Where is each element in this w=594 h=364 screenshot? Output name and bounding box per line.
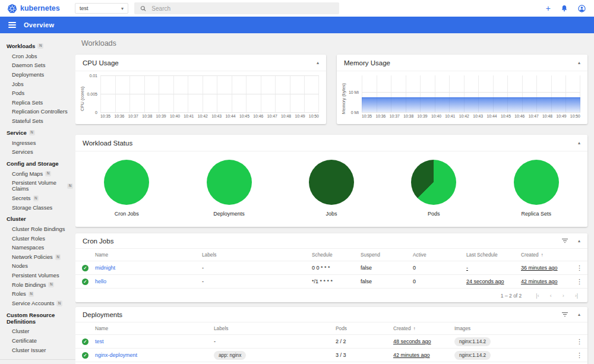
table-row: ✓test-2 / 248 seconds agonginx:1.14.2⋮ — [75, 335, 587, 349]
sidebar-item-services[interactable]: Services — [0, 147, 75, 157]
collapse-icon[interactable]: ▴ — [578, 238, 580, 243]
sidebar-item-deployments[interactable]: Deployments — [0, 70, 75, 80]
sidebar-item-label: Jobs — [12, 81, 24, 87]
pagination-range-label: 1 – 2 of 2 — [501, 293, 522, 299]
first-page-button[interactable]: |‹ — [536, 293, 539, 299]
column-header-pods[interactable]: Pods — [336, 325, 393, 331]
column-header-created[interactable]: Created↑ — [393, 325, 454, 331]
namespace-selector[interactable]: test ▾ — [75, 3, 128, 14]
x-axis-tick: 10:48 — [281, 114, 291, 122]
sidebar-item-jobs[interactable]: Jobs — [0, 80, 75, 89]
table-row: ✓midnight-0 0 * * *false0-36 minutes ago… — [75, 261, 587, 275]
gridline-horizontal — [362, 112, 580, 113]
sidebar-item-stateful-sets[interactable]: Stateful Sets — [0, 116, 75, 126]
pie-chart-pods — [411, 160, 456, 205]
sidebar-item-nodes[interactable]: Nodes — [0, 262, 75, 271]
kebab-menu-icon[interactable]: ⋮ — [576, 278, 583, 286]
notifications-bell-icon[interactable] — [561, 5, 568, 12]
sidebar-item-replication-controllers[interactable]: Replication Controllers — [0, 107, 75, 117]
sidebar-section-workloads[interactable]: WorkloadsN — [0, 39, 75, 52]
previous-page-button[interactable]: ‹ — [550, 293, 552, 299]
sidebar-item-cluster-role-bindings[interactable]: Cluster Role Bindings — [0, 224, 75, 234]
collapse-icon[interactable]: ▴ — [317, 60, 319, 65]
sidebar-section-service[interactable]: ServiceN — [0, 126, 75, 138]
column-header-last-schedule[interactable]: Last Schedule — [466, 252, 521, 258]
user-profile-icon[interactable] — [578, 5, 586, 12]
column-header-labels[interactable]: Labels — [214, 325, 336, 331]
table-pagination: 1 – 2 of 2 |‹ ‹ › ›| — [75, 289, 587, 302]
table-header-row: NameLabelsPodsCreated↑Images — [75, 322, 587, 335]
sidebar-item-namespaces[interactable]: Namespaces — [0, 243, 75, 253]
sidebar-item-network-policies[interactable]: Network PoliciesN — [0, 252, 75, 262]
search-input[interactable] — [151, 5, 333, 12]
sidebar-section-custom-resource-definitions[interactable]: Custom Resource Definitions — [0, 308, 75, 327]
column-header-created[interactable]: Created↑ — [521, 252, 571, 258]
label-chip: nginx:1.14.2 — [454, 337, 491, 346]
sidebar-section-cluster[interactable]: Cluster — [0, 212, 75, 224]
status-success-cell: ✓ — [75, 265, 95, 271]
sidebar-item-cluster[interactable]: Cluster — [0, 327, 75, 337]
sidebar-section-config-and-storage[interactable]: Config and Storage — [0, 157, 75, 169]
x-axis-tick: 10:45 — [501, 114, 511, 122]
sidebar-item-cron-jobs[interactable]: Cron Jobs — [0, 52, 75, 61]
next-page-button[interactable]: › — [563, 293, 564, 299]
workload-status-deployments: Deployments — [207, 160, 252, 217]
sidebar-item-cluster-issuer[interactable]: Cluster Issuer — [0, 346, 75, 355]
collapse-icon[interactable]: ▴ — [578, 312, 580, 317]
sidebar-item-certificate[interactable]: Certificate — [0, 336, 75, 346]
collapse-icon[interactable]: ▴ — [578, 140, 580, 145]
sidebar-item-roles[interactable]: RolesN — [0, 289, 75, 299]
kubernetes-logo[interactable]: kubernetes — [7, 4, 70, 14]
sidebar-item-role-bindings[interactable]: Role BindingsN — [0, 280, 75, 290]
resource-name-link[interactable]: test — [95, 338, 214, 344]
sidebar-item-storage-classes[interactable]: Storage Classes — [0, 203, 75, 213]
column-header-label: Labels — [214, 325, 228, 331]
resource-name-link[interactable]: midnight — [95, 265, 202, 271]
resource-name-link[interactable]: nginx-deployment — [95, 352, 214, 358]
gridline-horizontal — [100, 94, 319, 94]
column-header-suspend[interactable]: Suspend — [361, 252, 413, 258]
sidebar-item-pods[interactable]: Pods — [0, 88, 75, 98]
sidebar-item-persistent-volume-claims[interactable]: Persistent Volume ClaimsN — [0, 179, 75, 194]
kebab-menu-icon[interactable]: ⋮ — [576, 264, 583, 272]
column-header-active[interactable]: Active — [413, 252, 466, 258]
text-cell: - — [202, 265, 312, 271]
sidebar-item-daemon-sets[interactable]: Daemon Sets — [0, 61, 75, 71]
create-resource-button[interactable]: + — [546, 4, 551, 12]
sidebar-item-persistent-volumes[interactable]: Persistent Volumes — [0, 271, 75, 280]
sidebar-item-label: Replica Sets — [12, 100, 43, 106]
column-header-images[interactable]: Images — [454, 325, 571, 331]
column-header-labels[interactable]: Labels — [202, 252, 312, 258]
sidebar-item-cluster-roles[interactable]: Cluster Roles — [0, 234, 75, 243]
card-header: CPU Usage ▴ — [75, 55, 326, 71]
column-header-schedule[interactable]: Schedule — [312, 252, 361, 258]
column-header-label: Last Schedule — [466, 252, 498, 258]
collapse-icon[interactable]: ▴ — [578, 60, 580, 65]
column-header-name[interactable]: Name — [95, 325, 214, 331]
x-axis-tick: 10:47 — [529, 114, 539, 122]
toolbar: Overview — [0, 17, 594, 33]
resource-name-link[interactable]: hello — [95, 278, 202, 284]
namespaced-badge: N — [29, 130, 35, 136]
filter-icon[interactable] — [561, 312, 568, 317]
sidebar-item-config-maps[interactable]: Config MapsN — [0, 169, 75, 179]
last-page-button[interactable]: ›| — [575, 293, 578, 299]
sidebar-item-ingresses[interactable]: Ingresses — [0, 138, 75, 148]
table-body: ✓midnight-0 0 * * *false0-36 minutes ago… — [75, 261, 587, 289]
row-actions-cell: ⋮ — [571, 352, 587, 359]
card-title: Workload Status — [83, 140, 132, 147]
sidebar-item-settings[interactable]: Settings — [0, 361, 75, 364]
menu-icon[interactable] — [8, 22, 16, 28]
sidebar-item-secrets[interactable]: SecretsN — [0, 194, 75, 203]
search-bar[interactable] — [134, 2, 339, 14]
sidebar-item-replica-sets[interactable]: Replica Sets — [0, 98, 75, 107]
x-axis-tick: 10:35 — [100, 114, 110, 122]
section-label: Workloads — [7, 43, 35, 49]
kebab-menu-icon[interactable]: ⋮ — [576, 338, 583, 346]
sidebar-item-service-accounts[interactable]: Service AccountsN — [0, 299, 75, 308]
filter-icon[interactable] — [561, 238, 568, 243]
column-header-name[interactable]: Name — [95, 252, 202, 258]
column-header-label: Name — [95, 252, 108, 258]
kebab-menu-icon[interactable]: ⋮ — [576, 352, 583, 359]
table-header-row: NameLabelsScheduleSuspendActiveLast Sche… — [75, 249, 587, 261]
